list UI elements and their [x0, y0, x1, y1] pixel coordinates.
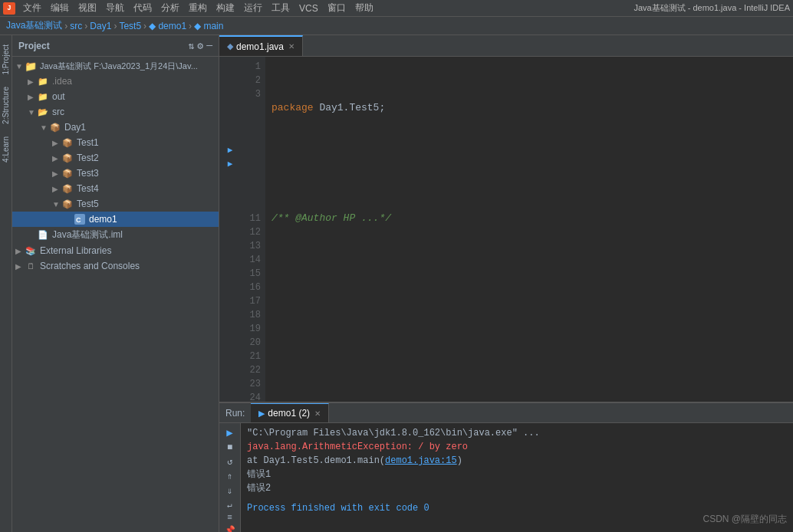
run-btn-scrollup[interactable]: ⇑ — [222, 471, 238, 482]
test3-icon: 📦 — [61, 167, 74, 179]
breadcrumb-src[interactable]: src — [70, 21, 82, 31]
tree-arrow-day1: ▼ — [40, 123, 49, 132]
code-line-3: /** @Author HP ...*/ — [271, 212, 787, 225]
breadcrumb-main[interactable]: ◆ main — [194, 21, 223, 31]
tree-item-root[interactable]: ▼ 📁 Java基础测试 F:\Java2023_1月24日\Jav... — [12, 58, 219, 74]
menu-navigate[interactable]: 导航 — [101, 0, 129, 16]
vertical-side-tabs: 1:Project 2:Structure 4:Learn — [0, 35, 12, 532]
breadcrumb-sep1: › — [64, 21, 67, 31]
editor-tab-demo1[interactable]: ◆ demo1.java ✕ — [219, 35, 303, 56]
menu-vcs[interactable]: VCS — [294, 2, 323, 15]
tree-item-test4[interactable]: ▶ 📦 Test4 — [12, 181, 219, 196]
menu-code[interactable]: 代码 — [129, 0, 156, 16]
run-btn-pin[interactable]: 📌 — [222, 525, 238, 532]
run-btn-filter[interactable]: ≡ — [222, 513, 238, 522]
tree-arrow-src: ▼ — [28, 108, 37, 117]
breadcrumb-project[interactable]: Java基础测试 — [6, 19, 62, 32]
ext-lib-icon: 📚 — [25, 245, 37, 257]
test2-icon: 📦 — [61, 152, 74, 164]
editor-area: ◆ demo1.java ✕ ▶ ▶ — [219, 35, 793, 532]
tree-label-idea: .idea — [52, 76, 72, 87]
code-line-1: package Day1.Test5; — [271, 101, 787, 115]
run-btn-wrap[interactable]: ↵ — [222, 500, 238, 510]
tree-item-out[interactable]: ▶ 📁 out — [12, 89, 219, 104]
test1-icon: 📦 — [61, 136, 74, 149]
app-logo: J — [3, 2, 15, 15]
tree-arrow-test1: ▶ — [52, 139, 61, 147]
watermark: CSDN @隔壁的同志 — [703, 513, 787, 526]
tab-close-icon[interactable]: ✕ — [288, 42, 294, 51]
test4-icon: 📦 — [61, 182, 74, 195]
run-output-at: at Day1.Test5.demo1.main(demo1.java:15) — [247, 454, 787, 468]
project-tree: ▼ 📁 Java基础测试 F:\Java2023_1月24日\Jav... ▶ … — [12, 57, 219, 532]
project-panel-icon3[interactable]: — — [206, 40, 212, 51]
tree-item-test3[interactable]: ▶ 📦 Test3 — [12, 166, 219, 181]
tree-item-idea[interactable]: ▶ 📁 .idea — [12, 74, 219, 89]
tree-arrow-scratches: ▶ — [15, 262, 25, 271]
run-output-exception: java.lang.ArithmeticException: / by zero — [247, 440, 787, 454]
menu-edit[interactable]: 编辑 — [46, 0, 74, 16]
tree-label-out: out — [52, 91, 65, 102]
tree-label-root: Java基础测试 F:\Java2023_1月24日\Jav... — [40, 61, 198, 72]
tree-label-ext-lib: External Libraries — [40, 245, 111, 256]
menu-tools[interactable]: 工具 — [267, 0, 294, 16]
code-content[interactable]: package Day1.Test5; /** @Author HP ...*/ — [265, 57, 793, 402]
run-tab-label: demo1 (2) — [268, 408, 310, 419]
run-btn-stop[interactable]: ■ — [222, 442, 238, 453]
run-btn-restart[interactable]: ↺ — [222, 456, 238, 468]
tree-item-scratches[interactable]: ▶ 🗒 Scratches and Consoles — [12, 258, 219, 274]
breadcrumb-day1[interactable]: Day1 — [90, 21, 111, 31]
tree-label-day1: Day1 — [64, 122, 86, 133]
tree-item-iml[interactable]: 📄 Java基础测试.iml — [12, 227, 219, 243]
tree-item-test5[interactable]: ▼ 📦 Test5 — [12, 196, 219, 212]
menu-file[interactable]: 文件 — [18, 0, 46, 16]
code-gutter: ▶ ▶ — [219, 57, 241, 402]
breadcrumb: Java基础测试 › src › Day1 › Test5 › ◆ demo1 … — [0, 17, 793, 35]
test5-icon: 📦 — [61, 198, 74, 210]
breadcrumb-sep2: › — [84, 21, 87, 31]
tree-item-test2[interactable]: ▶ 📦 Test2 — [12, 150, 219, 166]
run-tab-demo1[interactable]: ▶ demo1 (2) ✕ — [251, 403, 329, 422]
run-tab-icon: ▶ — [258, 409, 265, 419]
menu-view[interactable]: 视图 — [74, 0, 101, 16]
run-toolbar: ▶ ■ ↺ ⇑ ⇓ ↵ ≡ 📌 — [219, 423, 241, 532]
menubar: J 文件 编辑 视图 导航 代码 分析 重构 构建 运行 工具 VCS 窗口 帮… — [0, 0, 793, 17]
tree-item-day1[interactable]: ▼ 📦 Day1 — [12, 120, 219, 135]
breadcrumb-sep4: › — [143, 21, 146, 31]
tree-arrow-ext: ▶ — [15, 247, 25, 255]
editor-tab-bar: ◆ demo1.java ✕ — [219, 35, 793, 57]
svg-text:C: C — [76, 216, 81, 224]
iml-icon: 📄 — [37, 229, 49, 241]
tree-arrow-test3: ▶ — [52, 169, 61, 178]
tree-item-demo1[interactable]: C demo1 — [12, 212, 219, 227]
menu-run[interactable]: 运行 — [239, 0, 267, 16]
tree-label-test2: Test2 — [77, 153, 99, 163]
tree-item-ext-lib[interactable]: ▶ 📚 External Libraries — [12, 243, 219, 258]
idea-folder-icon: 📁 — [37, 75, 49, 87]
project-panel-icon1[interactable]: ⇅ — [189, 40, 195, 52]
tree-label-scratches: Scratches and Consoles — [40, 261, 140, 271]
run-tab-close-icon[interactable]: ✕ — [314, 409, 321, 418]
run-output-link[interactable]: demo1.java:15 — [385, 455, 457, 466]
breadcrumb-demo1[interactable]: ◆ demo1 — [149, 21, 186, 31]
menu-analyze[interactable]: 分析 — [156, 0, 184, 16]
menu-window[interactable]: 窗口 — [323, 0, 350, 16]
tree-item-test1[interactable]: ▶ 📦 Test1 — [12, 135, 219, 150]
project-panel-icon2[interactable]: ⚙ — [197, 40, 203, 52]
side-tab-project[interactable]: 1:Project — [1, 38, 11, 80]
side-tab-learn[interactable]: 4:Learn — [1, 130, 11, 169]
menu-build[interactable]: 构建 — [212, 0, 239, 16]
menu-help[interactable]: 帮助 — [350, 0, 378, 16]
code-panel: ▶ ▶ 1 2 3 — [219, 57, 793, 402]
editor-and-run: ▶ ▶ 1 2 3 — [219, 57, 793, 532]
side-tab-structure[interactable]: 2:Structure — [1, 80, 11, 130]
run-btn-play[interactable]: ▶ — [222, 426, 238, 439]
run-btn-scrolldown[interactable]: ⇓ — [222, 485, 238, 497]
breadcrumb-test5[interactable]: Test5 — [119, 21, 141, 31]
tab-label: demo1.java — [236, 41, 284, 52]
tree-label-test4: Test4 — [77, 183, 99, 194]
tree-label-test5: Test5 — [77, 199, 99, 209]
project-panel-header: Project ⇅ ⚙ — — [12, 35, 219, 57]
menu-refactor[interactable]: 重构 — [184, 0, 212, 16]
tree-item-src[interactable]: ▼ 📂 src — [12, 104, 219, 120]
